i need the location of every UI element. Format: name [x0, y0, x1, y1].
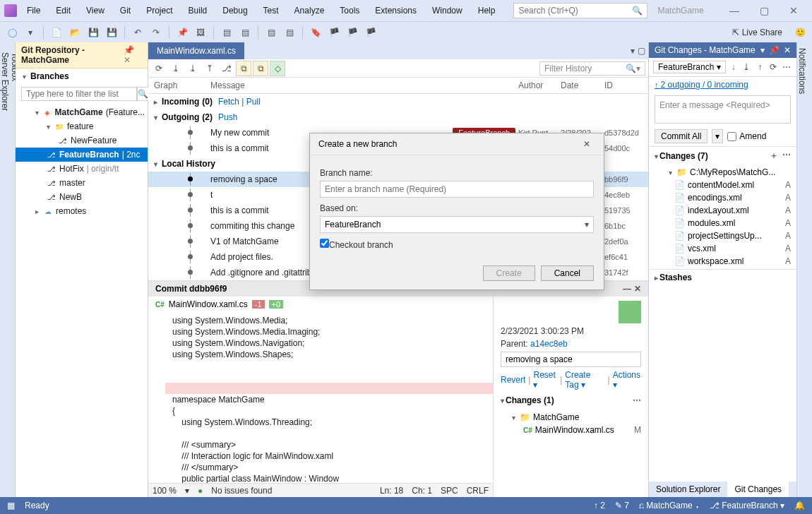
tree-folder-feature[interactable]: 📁feature — [16, 119, 148, 133]
graph-icon[interactable]: ⎇ — [219, 61, 234, 76]
create-button[interactable]: Create — [483, 265, 535, 281]
undo-icon[interactable]: ↶ — [130, 25, 145, 40]
redo-icon[interactable]: ↷ — [148, 25, 164, 40]
bm-clear-icon[interactable]: 🏴 — [363, 25, 378, 40]
change-root-folder[interactable]: 📁C:\MyRepos\MatchG... — [649, 166, 796, 179]
checkout-branch-checkbox[interactable]: Checkout branch — [320, 239, 594, 250]
pic-icon[interactable]: 🖼 — [193, 25, 208, 40]
commit-all-button[interactable]: Commit All — [655, 129, 707, 143]
branch-name-input[interactable] — [320, 181, 594, 198]
notifications-tab[interactable]: Notifications — [796, 42, 812, 497]
save-icon[interactable]: 💾 — [85, 25, 101, 40]
close-icon[interactable]: ✕ — [634, 284, 641, 294]
notification-bell-icon[interactable]: 🔔 — [794, 501, 805, 510]
zoom-level[interactable]: 100 % — [153, 486, 177, 496]
create-tag-link[interactable]: Create Tag ▾ — [565, 370, 604, 390]
actions-link[interactable]: Actions ▾ — [613, 370, 641, 390]
menu-view[interactable]: View — [79, 3, 112, 18]
close-button[interactable]: ✕ — [780, 2, 808, 19]
dropdown-icon[interactable]: ▾ — [760, 45, 765, 55]
branch-dropdown[interactable]: FeatureBranch▾ — [653, 61, 726, 73]
live-share-button[interactable]: ⇱ Live Share — [732, 28, 782, 37]
maximize-button[interactable]: ▢ — [750, 2, 778, 19]
tree-remotes[interactable]: ☁remotes — [16, 204, 148, 218]
push-link[interactable]: Push — [218, 112, 237, 122]
git-repo-tab[interactable]: Git Repository - MatchGame 📌 ✕ — [16, 42, 148, 68]
sync-indicator[interactable]: ↑ 2 — [594, 501, 605, 510]
based-on-select[interactable]: FeatureBranch▾ — [320, 216, 594, 233]
change-file[interactable]: 📄contentModel.xmlA — [649, 179, 796, 191]
pull-icon[interactable]: ⤓ — [185, 61, 201, 76]
code-diff-view[interactable]: using System.Windows.Media; using System… — [148, 312, 493, 483]
outgoing-section[interactable]: Outgoing (2) Push — [148, 109, 648, 125]
change-file[interactable]: 📄indexLayout.xmlA — [649, 204, 796, 217]
pull-icon[interactable]: ⤓ — [741, 62, 753, 72]
close-icon[interactable]: ✕ — [784, 45, 791, 55]
menu-build[interactable]: Build — [181, 3, 215, 18]
more-icon[interactable]: ⋯ — [782, 150, 791, 162]
tree-branch-newfeature[interactable]: ⎇NewFeature — [16, 133, 148, 148]
commit-message-field[interactable] — [501, 352, 641, 367]
push-icon[interactable]: ↑ — [754, 62, 766, 72]
back-icon[interactable]: ◯ — [4, 25, 20, 40]
open-icon[interactable]: 📂 — [67, 25, 83, 40]
dialog-close-icon[interactable]: ✕ — [578, 139, 595, 149]
menu-analyze[interactable]: Analyze — [287, 3, 332, 18]
repo-indicator[interactable]: ⎌ MatchGame ▾ — [639, 501, 700, 510]
tree-branch-featurebranch[interactable]: ⎇FeatureBranch | 2nc — [16, 148, 148, 162]
stashes-header[interactable]: Stashes — [649, 269, 796, 285]
menu-edit[interactable]: Edit — [49, 3, 78, 18]
menu-debug[interactable]: Debug — [215, 3, 254, 18]
outdent-icon[interactable]: ▤ — [237, 25, 253, 40]
menu-window[interactable]: Window — [425, 3, 470, 18]
bm-next-icon[interactable]: 🏴 — [345, 25, 360, 40]
search-input[interactable] — [518, 6, 632, 16]
push-icon[interactable]: ⤒ — [202, 61, 217, 76]
change-file[interactable]: 📄workspace.xmlA — [649, 255, 796, 268]
filter2-icon[interactable]: ⧉ — [253, 61, 268, 76]
reset-link[interactable]: Reset ▾ — [533, 370, 557, 390]
tree-repo[interactable]: ◈MatchGame (Feature... — [16, 105, 148, 119]
menu-help[interactable]: Help — [471, 3, 503, 18]
refresh-icon[interactable]: ⟳ — [151, 61, 167, 76]
server-explorer-tab[interactable]: Server Explorer — [0, 48, 10, 497]
tab-solution-explorer[interactable]: Solution Explorer — [649, 482, 727, 497]
branches-header[interactable]: Branches — [16, 68, 148, 84]
change-folder[interactable]: 📁MatchGame — [501, 411, 641, 424]
more-icon[interactable]: ⋯ — [633, 395, 641, 405]
zoom-dropdown[interactable]: ▾ — [185, 486, 189, 496]
document-tab[interactable]: MainWindow.xaml.cs — [148, 42, 244, 59]
search-box[interactable]: 🔍 — [513, 3, 647, 18]
minimize-icon[interactable]: — — [623, 284, 631, 294]
menu-git[interactable]: Git — [113, 3, 138, 18]
fwd-icon[interactable]: ▾ — [23, 25, 38, 40]
tab-git-changes[interactable]: Git Changes — [727, 482, 789, 497]
parent-link[interactable]: a14ec8eb — [530, 339, 568, 349]
tree-branch-newb[interactable]: ⎇NewB — [16, 190, 148, 204]
bookmark-icon[interactable]: 🔖 — [308, 25, 323, 40]
feedback-icon[interactable]: 🙂 — [792, 25, 808, 40]
cancel-button[interactable]: Cancel — [541, 265, 594, 281]
tree-branch-hotfix[interactable]: ⎇HotFix | origin/tt — [16, 162, 148, 176]
pin-close-icon[interactable]: 📌 ✕ — [124, 45, 142, 65]
amend-checkbox[interactable]: Amend — [727, 131, 766, 141]
fetch-icon[interactable]: ↓ — [727, 62, 739, 72]
tab-window-icon[interactable]: ▢ — [638, 46, 645, 56]
uncomment-icon[interactable]: ▤ — [282, 25, 297, 40]
pin-icon[interactable]: 📌 — [769, 45, 780, 55]
add-icon[interactable]: ＋ — [770, 150, 778, 162]
commit-all-dropdown[interactable]: ▾ — [712, 129, 723, 143]
pin-icon[interactable]: 📌 — [174, 25, 190, 40]
more-icon[interactable]: ⋯ — [780, 62, 792, 72]
save-all-icon[interactable]: 💾 — [104, 25, 119, 40]
pending-changes[interactable]: ✎ 7 — [615, 501, 629, 510]
change-file[interactable]: 📄vcs.xmlA — [649, 242, 796, 255]
filter-history-input[interactable]: Filter History 🔍▾ — [539, 61, 645, 76]
indent-icon[interactable]: ▤ — [219, 25, 234, 40]
revert-link[interactable]: Revert — [501, 375, 525, 385]
change-file[interactable]: C#MainWindow.xaml.csM — [501, 424, 641, 436]
tab-dropdown-icon[interactable]: ▾ — [631, 46, 635, 56]
filter3-icon[interactable]: ◇ — [270, 61, 285, 76]
fetch-icon[interactable]: ⤓ — [168, 61, 184, 76]
commit-message-input[interactable]: Enter a message <Required> — [655, 95, 791, 124]
